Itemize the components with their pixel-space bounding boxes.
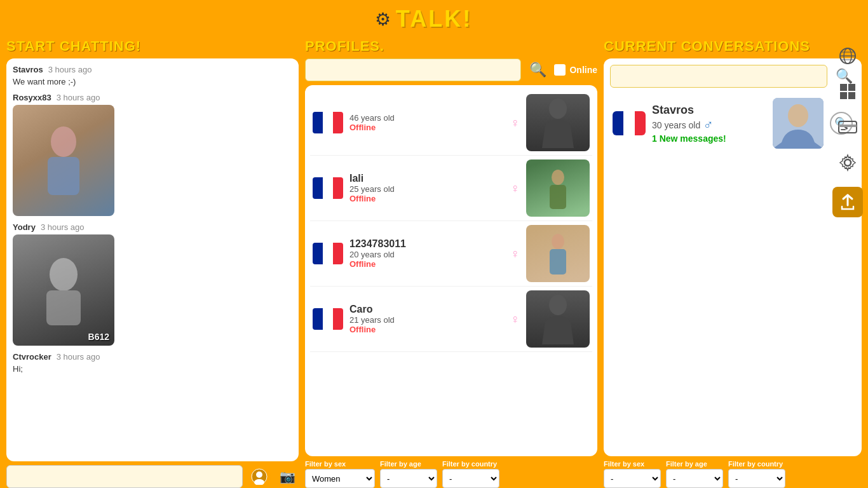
svg-point-7 xyxy=(549,98,567,119)
conv-search-bar: 🔍 xyxy=(610,65,855,88)
list-item: Yodry 3 hours ago B612 xyxy=(13,222,292,346)
profile-gender-icon: ♀ xyxy=(510,312,520,327)
profiles-search-button[interactable]: 🔍 xyxy=(526,58,549,81)
avatar-button[interactable] xyxy=(248,465,271,488)
profile-gender-icon: ♀ xyxy=(510,181,520,196)
gear-icon-button[interactable] xyxy=(836,151,859,174)
online-indicator: Online xyxy=(554,64,597,76)
online-dot xyxy=(554,64,566,76)
filter-age-select-conv[interactable]: - 18-25 26-35 xyxy=(666,469,723,488)
filter-country-select-conv[interactable]: - France Germany xyxy=(728,469,785,488)
svg-rect-1 xyxy=(48,157,79,195)
profile-status: Offline xyxy=(349,123,501,132)
right-panel-title: CURRENT CONVERSATIONS xyxy=(604,38,862,55)
upload-button[interactable] xyxy=(832,187,863,217)
svg-rect-9 xyxy=(550,185,566,209)
filter-age-label-conv: Filter by age xyxy=(666,460,723,468)
profile-flag-fr xyxy=(313,243,343,264)
chat-panel: Stavros 3 hours ago We want more ;-) Ros… xyxy=(6,58,299,461)
profile-status: Offline xyxy=(349,325,501,334)
left-panel: START CHATTING! Stavros 3 hours ago We w… xyxy=(6,38,299,488)
svg-point-0 xyxy=(51,126,76,157)
filter-country-select[interactable]: - France Germany xyxy=(442,469,499,488)
profile-flag-fr xyxy=(313,308,343,330)
filter-sex-select-conv[interactable]: - Women Men xyxy=(604,469,661,488)
profile-photo xyxy=(526,225,590,282)
profile-gender-icon: ♀ xyxy=(510,116,520,130)
profile-status: Offline xyxy=(349,259,501,269)
svg-rect-3 xyxy=(46,290,81,325)
profile-info: Iali 25 years old Offline xyxy=(349,173,501,203)
conv-new-messages: 1 New messages! xyxy=(652,133,766,144)
svg-point-5 xyxy=(256,471,262,478)
profile-age: 46 years old xyxy=(349,113,501,123)
filter-group-sex: Filter by sex Women Men - xyxy=(305,460,375,488)
conv-info: Stavros 30 years old ♂ 1 New messages! xyxy=(652,104,766,144)
chat-image xyxy=(13,105,114,216)
svg-point-8 xyxy=(552,170,564,185)
chat-username: Yodry xyxy=(13,222,36,232)
windows-icon-button[interactable] xyxy=(836,80,859,103)
conv-search-input[interactable] xyxy=(610,65,827,88)
conv-age-text: 30 years old xyxy=(652,120,700,130)
list-item[interactable]: Iali 25 years old Offline ♀ xyxy=(310,156,592,221)
right-panel: CURRENT CONVERSATIONS 🔍 Stavros xyxy=(604,38,862,488)
chat-username: Rosyxx83 xyxy=(13,93,51,102)
filter-age-label: Filter by age xyxy=(380,460,437,468)
profiles-search-input[interactable] xyxy=(305,58,521,81)
svg-rect-21 xyxy=(848,84,855,91)
svg-rect-26 xyxy=(841,129,846,130)
filter-group-country-conv: Filter by country - France Germany xyxy=(728,460,785,488)
profiles-filters: Filter by sex Women Men - Filter by age … xyxy=(305,460,597,488)
filter-country-label-conv: Filter by country xyxy=(728,460,785,468)
profile-photo-silhouette xyxy=(526,94,590,151)
header: ⚙ TALK! xyxy=(0,0,868,38)
list-item: Rosyxx83 3 hours ago xyxy=(13,93,292,216)
svg-point-2 xyxy=(50,258,78,291)
filter-age-select[interactable]: - 18-25 26-35 xyxy=(380,469,437,488)
camera-button[interactable]: 📷 xyxy=(276,465,299,488)
list-item[interactable]: Caro 21 years old Offline ♀ xyxy=(310,287,592,352)
profile-age: 25 years old xyxy=(349,184,501,194)
profile-age: 20 years old xyxy=(349,250,501,259)
chat-image: B612 xyxy=(13,234,114,346)
header-gear-icon[interactable]: ⚙ xyxy=(375,9,391,30)
conv-filters: Filter by sex - Women Men Filter by age … xyxy=(604,460,862,488)
chat-message: Hi; xyxy=(13,364,292,374)
profile-name: Caro xyxy=(349,304,501,315)
chat-meta: Ctvrocker 3 hours ago xyxy=(13,352,292,362)
left-panel-title: START CHATTING! xyxy=(6,38,299,55)
filter-group-age-conv: Filter by age - 18-25 26-35 xyxy=(666,460,723,488)
svg-rect-23 xyxy=(848,92,855,99)
profile-photo xyxy=(526,94,590,151)
filter-group-sex-conv: Filter by sex - Women Men xyxy=(604,460,661,488)
middle-panel-title: PROFILES. xyxy=(305,38,597,55)
chat-time: 3 hours ago xyxy=(41,222,85,232)
list-item[interactable]: 1234783011 20 years old Offline ♀ xyxy=(310,221,592,287)
profile-photo-silhouette xyxy=(526,290,590,348)
card-icon-button[interactable] xyxy=(836,116,859,139)
globe-icon-button[interactable] xyxy=(836,44,859,67)
filter-sex-select[interactable]: Women Men - xyxy=(305,469,375,488)
profile-name: 1234783011 xyxy=(349,238,501,250)
main-layout: START CHATTING! Stavros 3 hours ago We w… xyxy=(0,38,868,488)
filter-sex-label: Filter by sex xyxy=(305,460,375,468)
chat-message: We want more ;-) xyxy=(13,77,292,86)
conv-photo xyxy=(773,98,824,149)
profile-info: 1234783011 20 years old Offline xyxy=(349,238,501,269)
list-item[interactable]: Stavros 30 years old ♂ 1 New messages! xyxy=(610,93,855,154)
middle-panel: PROFILES. 🔍 Online xyxy=(305,38,597,488)
profile-info: Caro 21 years old Offline xyxy=(349,304,501,334)
chat-username: Stavros xyxy=(13,65,43,74)
chat-meta: Stavros 3 hours ago xyxy=(13,65,292,74)
conv-gender-icon: ♂ xyxy=(703,117,714,133)
filter-group-country: Filter by country - France Germany xyxy=(442,460,499,488)
filter-group-age: Filter by age - 18-25 26-35 xyxy=(380,460,437,488)
svg-rect-20 xyxy=(840,84,847,91)
list-item[interactable]: 46 years old Offline ♀ xyxy=(310,90,592,156)
chat-time: 3 hours ago xyxy=(48,65,92,74)
profile-flag-fr xyxy=(313,112,343,133)
conv-flag-fr xyxy=(613,111,646,135)
chat-input[interactable] xyxy=(6,465,243,488)
right-icon-strip xyxy=(827,38,868,224)
